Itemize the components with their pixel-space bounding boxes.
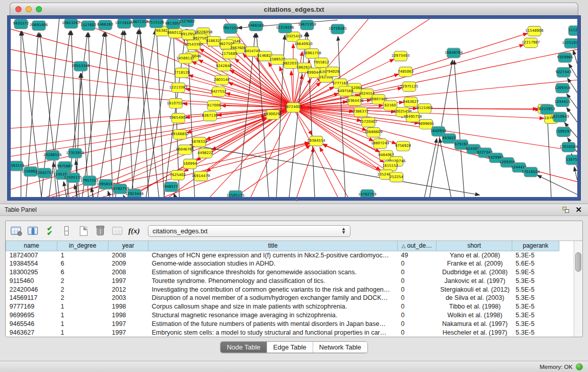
table-cell[interactable]: 2012: [108, 285, 148, 294]
table-cell[interactable]: 2009: [108, 259, 148, 268]
table-cell[interactable]: 2: [57, 276, 108, 285]
table-cell[interactable]: Yano et al. (2008): [437, 251, 512, 259]
table-cell[interactable]: 2: [57, 285, 108, 294]
table-cell[interactable]: 1997: [108, 319, 148, 328]
new-table-icon[interactable]: [77, 225, 90, 237]
column-header-title[interactable]: title: [148, 241, 398, 251]
table-cell[interactable]: 1998: [108, 311, 148, 320]
close-panel-icon[interactable]: ✕: [575, 207, 582, 213]
table-cell[interactable]: Corpus callosum shape and size in male p…: [148, 302, 398, 311]
table-cell[interactable]: Tibbo et al. (1998): [437, 302, 512, 311]
table-row[interactable]: 946554611997Estimation of the future num…: [6, 319, 559, 328]
table-cell[interactable]: Disruption of a novel member of a sodium…: [148, 294, 398, 302]
table-cell[interactable]: 2003: [108, 294, 148, 302]
table-cell[interactable]: 5.3E-5: [512, 302, 559, 311]
table-cell[interactable]: 5.3E-5: [512, 294, 559, 302]
table-cell[interactable]: 0: [398, 285, 437, 294]
table-cell[interactable]: 18300295: [6, 268, 57, 277]
table-cell[interactable]: Embryonic stem cells: a model to study s…: [148, 328, 398, 337]
table-row[interactable]: 1456911722003Disruption of a novel membe…: [6, 294, 559, 302]
table-cell[interactable]: 5.3E-5: [512, 251, 559, 259]
column-header-year[interactable]: year: [108, 241, 148, 251]
column-header-in_degree[interactable]: in_degree: [57, 241, 108, 251]
table-cell[interactable]: 0: [398, 319, 437, 328]
table-cell[interactable]: 2: [57, 294, 108, 302]
table-cell[interactable]: Wolkin et al. (1998): [437, 311, 512, 320]
table-cell[interactable]: 9463627: [6, 328, 57, 337]
table-cell[interactable]: 5.9E-5: [512, 268, 559, 277]
window-titlebar[interactable]: citations_edges.txt: [10, 3, 578, 15]
table-cell[interactable]: Stergiakouli et al. (2012): [437, 285, 512, 294]
column-header-out_de[interactable]: △out_de…: [398, 241, 437, 251]
table-cell[interactable]: Jankovic et al. (1997): [437, 276, 512, 285]
table-cell[interactable]: Structural magnetic resonance image aver…: [148, 311, 398, 320]
memory-ok-icon[interactable]: [576, 363, 583, 370]
delete-table-icon[interactable]: [94, 225, 106, 237]
table-settings-icon[interactable]: [10, 225, 22, 237]
table-row[interactable]: 1938455462009Genome-wide association stu…: [6, 259, 559, 268]
tab-network-table[interactable]: Network Table: [313, 342, 367, 353]
table-cell[interactable]: Estimation of the future numbers of pati…: [148, 319, 398, 328]
table-cell[interactable]: 9115460: [6, 276, 57, 285]
table-cell[interactable]: 14569117: [6, 294, 57, 302]
table-cell[interactable]: 1998: [108, 302, 148, 311]
table-select-dropdown[interactable]: citations_edges.txt ▲▼: [148, 225, 351, 237]
table-cell[interactable]: 1: [57, 328, 108, 337]
table-cell[interactable]: 2008: [108, 268, 148, 277]
table-cell[interactable]: 0: [398, 328, 437, 337]
table-cell[interactable]: 1997: [108, 276, 148, 285]
table-cell[interactable]: 5.3E-5: [512, 311, 559, 320]
table-cell[interactable]: 0: [398, 276, 437, 285]
table-cell[interactable]: Hescheler et al. (1997): [437, 328, 512, 337]
table-cell[interactable]: Estimation of significance thresholds fo…: [148, 268, 398, 277]
table-cell[interactable]: Investigating the contribution of common…: [148, 285, 398, 294]
table-cell[interactable]: 0: [398, 259, 437, 268]
table-scroll-area[interactable]: namein_degreeyeartitle△out_de…shortpager…: [6, 240, 582, 337]
table-cell[interactable]: 9699695: [6, 311, 57, 320]
table-cell[interactable]: 5.6E-5: [512, 259, 559, 268]
table-cell[interactable]: 9465546: [6, 319, 57, 328]
table-cell[interactable]: Franke et al. (2009): [437, 259, 512, 268]
table-cell[interactable]: 5.3E-5: [512, 328, 559, 337]
zoom-window-button[interactable]: [36, 6, 42, 12]
table-cell[interactable]: 6: [57, 259, 108, 268]
table-cell[interactable]: 1: [57, 311, 108, 320]
table-cell[interactable]: 0: [398, 311, 437, 320]
minimize-window-button[interactable]: [26, 6, 32, 12]
network-canvas[interactable]: 1872400719384554183002957663822866012389…: [11, 19, 577, 197]
column-header-name[interactable]: name: [6, 241, 57, 251]
scrollbar-thumb[interactable]: [575, 252, 581, 272]
float-panel-icon[interactable]: [562, 207, 569, 213]
table-row[interactable]: 969969511998Structural magnetic resonanc…: [6, 311, 559, 320]
table-cell[interactable]: 1: [57, 319, 108, 328]
table-cell[interactable]: 18724007: [6, 251, 57, 259]
table-cell[interactable]: 9777169: [6, 302, 57, 311]
table-cell[interactable]: 0: [398, 268, 437, 277]
table-cell[interactable]: 22420046: [6, 285, 57, 294]
table-cell[interactable]: Dudbridge et al. (2008): [437, 268, 512, 277]
column-header-short[interactable]: short: [437, 241, 512, 251]
function-builder-icon[interactable]: f(x): [128, 225, 140, 237]
close-window-button[interactable]: [15, 6, 21, 12]
table-cell[interactable]: 6: [57, 268, 108, 277]
table-cell[interactable]: 5.3E-5: [512, 319, 559, 328]
table-cell[interactable]: 0: [398, 302, 437, 311]
table-cell[interactable]: de Silva et al. (2003): [437, 294, 512, 302]
table-cell[interactable]: Nakamura et al. (1997): [437, 319, 512, 328]
table-cell[interactable]: 1: [57, 251, 108, 259]
row-height-icon[interactable]: [60, 225, 73, 237]
table-cell[interactable]: 19384554: [6, 259, 57, 268]
table-row[interactable]: 2242004622012Investigating the contribut…: [6, 285, 559, 294]
table-cell[interactable]: Genome-wide association studies in ADHD.: [148, 259, 398, 268]
select-all-icon[interactable]: ✔✔: [43, 225, 56, 237]
table-cell[interactable]: 5.3E-5: [512, 276, 559, 285]
table-cell[interactable]: 49: [398, 251, 437, 259]
table-row[interactable]: 946362711997Embryonic stem cells: a mode…: [6, 328, 559, 337]
table-row[interactable]: 977716911998Corpus callosum shape and si…: [6, 302, 559, 311]
table-row[interactable]: 911546021997Tourette syndrome. Phenomeno…: [6, 276, 559, 285]
table-cell[interactable]: 5.5E-5: [512, 285, 559, 294]
table-row[interactable]: 1872400712008Changes of HCN gene express…: [6, 251, 559, 259]
table-cell[interactable]: Tourette syndrome. Phenomenology and cla…: [148, 276, 398, 285]
table-row[interactable]: 1830029562008Estimation of significance …: [6, 268, 559, 277]
table-cell[interactable]: 2008: [108, 251, 148, 259]
